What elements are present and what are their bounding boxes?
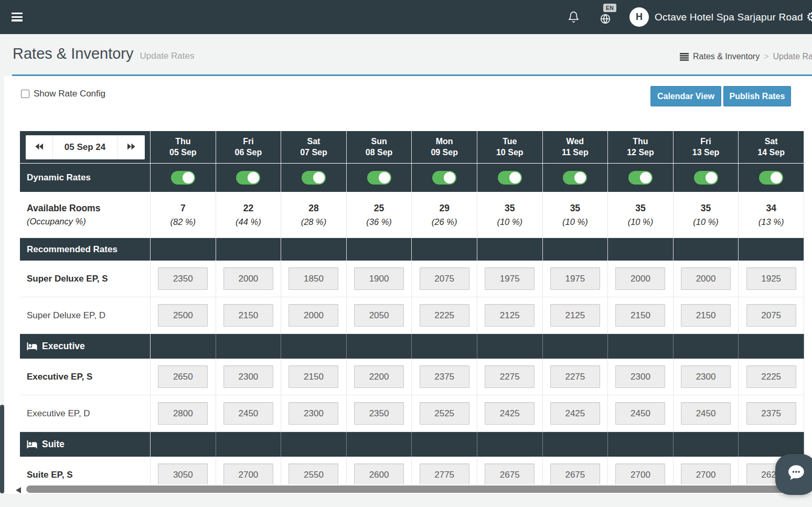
rate-input[interactable] [223,267,273,290]
rate-input[interactable] [681,365,731,388]
section-cell [151,432,216,457]
rate-cell [151,297,216,334]
rate-input[interactable] [615,463,665,486]
rate-input[interactable] [615,365,665,388]
publish-rates-button[interactable]: Publish Rates [723,86,791,106]
scrollbar-left-arrow[interactable] [16,487,21,493]
available-rooms-value: 35 [505,203,515,214]
available-rooms-value: 29 [439,203,449,214]
toggle-knob [379,172,390,184]
availability-cell: 25(36 %) [347,192,412,238]
rate-input[interactable] [615,267,665,290]
hotel-name[interactable]: Octave Hotel Spa Sarjapur Road [655,0,803,34]
rate-input[interactable] [354,402,404,425]
rate-input[interactable] [550,267,600,290]
rate-input[interactable] [615,304,665,327]
rate-input[interactable] [550,402,600,425]
dynamic-rate-toggle[interactable] [302,171,326,185]
dynamic-rate-cell [151,164,216,192]
rate-input[interactable] [550,365,600,388]
rate-input[interactable] [746,267,796,290]
rate-input[interactable] [485,304,535,327]
column-date: 13 Sep [692,148,720,157]
language-globe-icon[interactable] [600,13,611,27]
rate-input[interactable] [354,463,404,486]
rate-input[interactable] [354,304,404,327]
rate-input[interactable] [289,463,338,486]
horizontal-scrollbar-thumb[interactable] [26,486,812,493]
rate-input[interactable] [158,267,208,290]
rate-input[interactable] [746,304,796,327]
rate-input[interactable] [223,463,273,486]
user-avatar[interactable]: H [629,7,649,27]
dynamic-rate-cell [216,164,282,192]
column-header: Sat14 Sep [739,131,804,163]
column-day: Fri [700,137,711,146]
dynamic-rate-toggle[interactable] [367,171,391,185]
dynamic-rate-toggle[interactable] [628,171,653,185]
rate-input[interactable] [550,304,600,327]
dynamic-rate-toggle[interactable] [171,171,195,185]
rate-input[interactable] [746,365,796,388]
rate-input[interactable] [420,402,469,425]
rate-input[interactable] [158,304,208,327]
rate-input[interactable] [420,463,469,486]
rate-input[interactable] [354,365,404,388]
dynamic-rate-toggle[interactable] [759,171,783,185]
rate-input[interactable] [485,365,535,388]
rate-input[interactable] [223,365,273,388]
dynamic-rate-toggle[interactable] [236,171,260,185]
rate-input[interactable] [289,267,338,290]
hamburger-menu-icon[interactable] [12,13,23,21]
dynamic-rate-toggle[interactable] [432,171,456,185]
chat-widget-button[interactable] [775,454,812,495]
dynamic-rate-cell [739,164,804,192]
calendar-view-button[interactable]: Calendar View [650,86,721,106]
column-header: Sun08 Sep [347,131,412,163]
rate-input[interactable] [289,365,338,388]
date-next-button[interactable] [117,135,145,159]
rate-input[interactable] [158,365,208,388]
gear-icon[interactable]: ⚙ [806,10,812,24]
breadcrumb-root-link[interactable]: Rates & Inventory [693,52,760,61]
dynamic-rate-toggle[interactable] [563,171,587,185]
rate-input[interactable] [550,463,600,486]
dynamic-rate-toggle[interactable] [498,171,522,185]
rate-input[interactable] [485,267,535,290]
rate-input[interactable] [746,402,796,425]
rate-input[interactable] [615,402,665,425]
chat-bubble-icon [785,462,807,487]
rate-cell [543,395,608,432]
dynamic-rate-toggle[interactable] [694,171,718,185]
rate-input[interactable] [289,402,338,425]
rate-input[interactable] [420,267,469,290]
occupancy-value: (82 %) [170,217,196,227]
vertical-scrollbar-thumb[interactable] [0,405,4,493]
rate-input[interactable] [158,402,208,425]
rate-input[interactable] [681,267,731,290]
double-chevron-right-icon [127,143,136,152]
column-day: Thu [633,137,648,146]
column-day: Wed [567,137,584,146]
rate-input[interactable] [420,304,469,327]
column-date: 10 Sep [496,148,523,157]
rate-input[interactable] [485,463,535,486]
rate-input[interactable] [681,304,731,327]
rate-input[interactable] [289,304,338,327]
date-prev-button[interactable] [26,135,53,159]
rate-input[interactable] [681,463,731,486]
rate-input[interactable] [681,402,731,425]
rate-input[interactable] [354,267,404,290]
toggle-knob [509,172,521,184]
rate-input[interactable] [223,304,273,327]
rate-input[interactable] [158,463,208,486]
rate-input[interactable] [485,402,535,425]
rate-input[interactable] [420,365,469,388]
notifications-bell-icon[interactable] [568,11,580,25]
section-cell [412,334,477,359]
rate-input[interactable] [223,402,273,425]
show-rate-config-checkbox[interactable] [21,90,29,98]
bed-icon [27,342,37,351]
column-header: Wed11 Sep [543,131,608,163]
rate-cell [739,297,804,334]
